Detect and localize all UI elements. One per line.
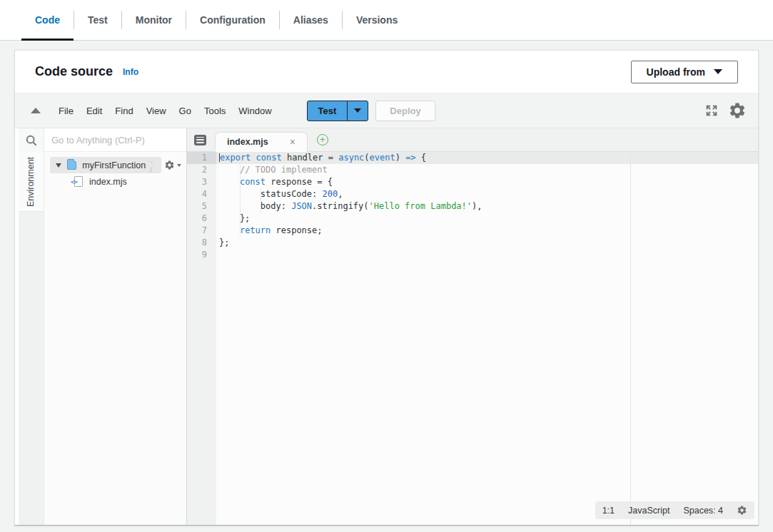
tab-versions[interactable]: Versions [343,0,411,40]
code-line[interactable]: export const handler = async(event) => { [216,152,758,164]
code-token [251,153,256,163]
editor-tab-index-mjs[interactable]: index.mjs × [215,132,308,152]
fullscreen-icon[interactable] [704,103,719,118]
language-mode[interactable]: JavaScript [628,506,670,516]
indent-guide [261,188,261,213]
tab-test[interactable]: Test [74,0,121,40]
menu-edit[interactable]: Edit [80,101,108,121]
code-source-header: Code source Info Upload from [15,51,758,93]
code-token: 200 [323,189,338,199]
test-split-button: Test [307,101,369,121]
print-margin-line [630,152,631,525]
gutter-line-number[interactable]: 9 [187,249,216,261]
code-token: JSON [291,201,312,211]
code-token: async [338,153,364,163]
menu-view[interactable]: View [140,101,173,121]
tab-aliases[interactable]: Aliases [280,0,342,40]
editor-tab-strip: index.mjs × + [187,128,758,152]
goto-anything-input[interactable] [51,135,179,145]
menu-tools[interactable]: Tools [198,101,232,121]
environment-sidebar: myFirstFunction - / <> index.mjs [44,128,187,525]
editor-menubar: File Edit Find View Go Tools Window Test… [15,93,758,128]
gutter-line-number[interactable]: 6 [187,213,216,225]
dock-strip-spacer [19,212,44,525]
search-tab[interactable] [19,128,44,152]
deploy-button[interactable]: Deploy [375,101,435,121]
tree-folder-row: myFirstFunction - / [50,157,182,173]
gutter-line-number[interactable]: 3 [187,176,216,188]
folder-name: myFirstFunction [82,160,146,170]
code-token: const [256,153,282,163]
gutter-line-number[interactable]: 5 [187,200,216,213]
editor-settings-gear-icon[interactable] [737,505,747,516]
info-link[interactable]: Info [123,67,138,77]
tab-list-icon[interactable] [194,135,206,145]
code-line[interactable]: }; [216,237,758,249]
tree-settings-button[interactable] [161,160,184,170]
code-line[interactable]: return response; [216,225,758,237]
page-title: Code source [35,64,113,79]
test-button[interactable]: Test [307,101,348,121]
code-token: return [240,225,271,235]
gutter-line-number[interactable]: 8 [187,237,216,249]
code-line[interactable]: body: JSON.stringify('Hello from Lambda!… [216,200,758,213]
search-icon [25,134,38,147]
gutter-line-number[interactable]: 1 [187,152,216,164]
gutter-line-number[interactable]: 2 [187,164,216,176]
code-token [219,225,240,235]
code-source-panel: Code source Info Upload from File Edit F… [14,50,759,526]
gutter-line-number[interactable]: 4 [187,188,216,200]
menu-go[interactable]: Go [173,101,198,121]
code-token: , [338,189,343,199]
file-tree: myFirstFunction - / <> index.mjs [44,152,186,190]
code-token: 'Hello from Lambda!' [369,201,473,211]
menu-window[interactable]: Window [232,101,278,121]
chevron-down-icon [177,164,181,167]
code-token: response = { [266,177,333,187]
file-index-mjs[interactable]: <> index.mjs [44,173,186,190]
tab-code[interactable]: Code [21,0,74,40]
code-token: const [240,177,266,187]
left-dock-strip: Environment [19,128,44,525]
environment-panel-tab[interactable]: Environment [19,152,44,212]
function-tab-bar: Code Test Monitor Configuration Aliases … [0,0,773,41]
code-line[interactable]: }; [216,213,758,225]
code-line[interactable]: statusCode: 200, [216,188,758,200]
editor-gutter: 123456789 [187,152,216,525]
code-line[interactable]: // TODO implement [216,164,758,176]
menu-file[interactable]: File [52,101,80,121]
code-token [219,177,240,187]
tab-configuration[interactable]: Configuration [186,0,279,40]
collapse-menubar-icon[interactable] [31,108,41,113]
code-editor[interactable]: 123456789 export const handler = async(e… [187,152,758,525]
code-token: ), [472,201,482,211]
menu-find[interactable]: Find [108,101,139,121]
code-line[interactable] [216,249,758,261]
file-name: index.mjs [89,177,127,187]
code-token: statusCode: [219,189,323,199]
editor-tab-label: index.mjs [227,137,268,147]
code-line[interactable]: const response = { [216,176,758,188]
goto-anything-row [44,128,186,152]
folder-myfirstfunction[interactable]: myFirstFunction - / [50,157,161,173]
code-token: ) [395,153,405,163]
cursor-position[interactable]: 1:1 [602,506,615,516]
folder-path-suffix: - / [150,157,155,174]
folder-expand-caret-icon[interactable] [56,163,61,168]
chevron-down-icon [714,69,722,74]
code-token: { [416,153,426,163]
code-token: }; [219,213,250,223]
upload-from-button[interactable]: Upload from [631,61,738,83]
new-tab-icon[interactable]: + [317,134,328,145]
file-icon: <> [74,176,83,187]
gear-icon [164,160,175,170]
tab-size-setting[interactable]: Spaces: 4 [683,506,723,516]
tab-monitor[interactable]: Monitor [122,0,186,40]
code-token [219,165,240,175]
settings-gear-icon[interactable] [728,101,747,120]
gutter-line-number[interactable]: 7 [187,225,216,237]
code-lines: export const handler = async(event) => {… [216,152,758,525]
editor-pane: index.mjs × + 123456789 export const han… [187,128,758,525]
test-dropdown-button[interactable] [347,101,368,121]
close-tab-icon[interactable]: × [290,137,295,147]
